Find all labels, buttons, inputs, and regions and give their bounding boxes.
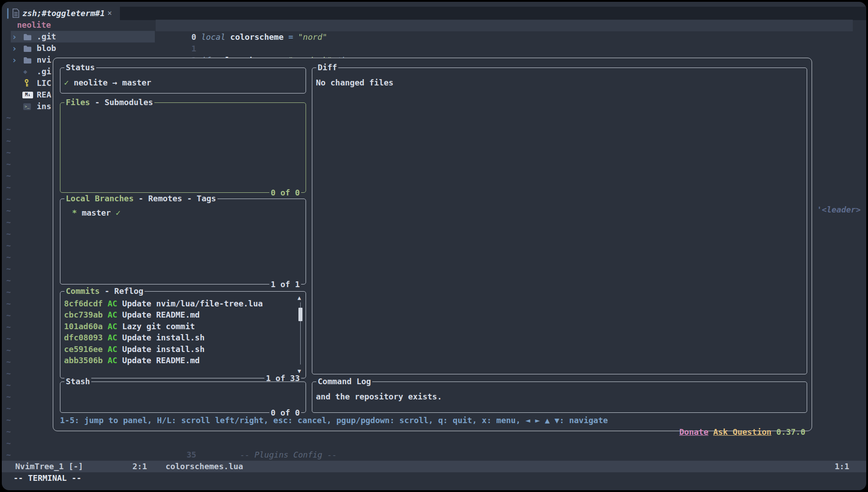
tabline-fill xyxy=(120,7,866,20)
commit-author: AC xyxy=(108,310,118,319)
commit-hash: 8cf6dcdf xyxy=(64,299,103,308)
panel-title: Diff xyxy=(316,62,338,73)
tab-accent-bar xyxy=(7,8,9,19)
lazygit-stash-panel[interactable]: Stash 0 of 0 xyxy=(60,382,306,413)
scrollbar-thumb[interactable] xyxy=(298,308,302,321)
key-icon xyxy=(23,77,34,89)
lazygit-commits-panel[interactable]: Commits - Reflog 8cf6dcdfACUpdate nvim/l… xyxy=(60,291,306,378)
commit-author: AC xyxy=(108,333,118,342)
tabline: zsh;#toggleterm#1 × xyxy=(2,7,866,20)
panel-title: Status xyxy=(64,62,96,73)
lazygit-diff-panel[interactable]: Diff No changed files xyxy=(312,68,807,374)
status-branch-row: ✓neolite → master xyxy=(60,77,306,89)
tree-item-blob[interactable]: › blob xyxy=(2,42,155,54)
statusline: NvimTree_1 [-] 2:1 colorschemes.lua 1:1 xyxy=(2,461,866,472)
lazygit-status-panel[interactable]: Status ✓neolite → master xyxy=(60,68,306,93)
filetree-root[interactable]: neolite xyxy=(2,19,155,31)
commit-row[interactable]: cbc739abACUpdate README.md xyxy=(60,309,306,320)
panel-title: Local Branches - Remotes - Tags xyxy=(64,193,217,204)
commit-author: AC xyxy=(108,356,118,365)
keybind-help-bar: 1-5: jump to panel, H/L: scroll left/rig… xyxy=(60,415,608,426)
commit-row[interactable]: 101ad60aACLazy git commit xyxy=(60,321,306,332)
panel-title: Commits - Reflog xyxy=(64,286,145,297)
code-line-0[interactable]: 0localcolorscheme="nord" xyxy=(157,20,327,31)
commit-hash: abb3506b xyxy=(64,356,103,365)
document-icon xyxy=(12,8,20,20)
check-icon: ✓ xyxy=(64,78,69,87)
commit-hash: ce5916ee xyxy=(64,344,103,354)
commit-row[interactable]: 8cf6dcdfACUpdate nvim/lua/file-tree.lua xyxy=(60,298,306,309)
commit-hash: 101ad60a xyxy=(64,322,103,331)
panel-title: Command Log xyxy=(316,376,372,387)
commit-row[interactable]: abb3506bACUpdate README.md xyxy=(60,355,306,366)
tree-item-git[interactable]: › .git xyxy=(2,31,155,42)
commit-message: Update nvim/lua/file-tree.lua xyxy=(122,299,263,308)
markdown-icon: M↓ xyxy=(22,89,33,101)
commit-hash: dfc08093 xyxy=(64,333,103,342)
version-label: 0.37.0 xyxy=(776,427,805,437)
commit-author: AC xyxy=(108,322,118,331)
commit-hash: cbc739ab xyxy=(64,310,103,319)
panel-title: Stash xyxy=(64,376,91,387)
panel-count: 1 of 1 xyxy=(269,279,301,290)
lazygit-footer-links: DonateAsk Question0.37.0 xyxy=(650,415,805,426)
donate-link[interactable]: Donate xyxy=(679,427,708,437)
branch-row[interactable]: *master✓ xyxy=(60,207,306,219)
ask-question-link[interactable]: Ask Question xyxy=(713,427,771,437)
statusline-position: 2:1 xyxy=(132,461,147,472)
folder-icon xyxy=(23,31,34,42)
commit-row[interactable]: dfc08093ACUpdate install.sh xyxy=(60,332,306,343)
lazygit-files-panel[interactable]: Files - Submodules 0 of 0 xyxy=(60,102,306,193)
code-line-36[interactable]: 36diagnostics={ xyxy=(157,449,313,461)
commit-message: Update README.md xyxy=(122,356,200,365)
terminal-window: zsh;#toggleterm#1 × neolite › .git › blo… xyxy=(2,2,866,490)
commit-author: AC xyxy=(108,344,118,354)
mode-indicator: -- TERMINAL -- xyxy=(13,472,81,484)
panel-count: 0 of 0 xyxy=(269,187,301,198)
commit-message: Update install.sh xyxy=(122,344,204,354)
check-icon: ✓ xyxy=(116,208,121,217)
code-line-1[interactable]: 1 xyxy=(157,31,201,43)
code-line-35[interactable]: 35-- Plugins Config -- xyxy=(157,437,337,449)
commit-row[interactable]: ce5916eeACUpdate install.sh xyxy=(60,344,306,355)
leader-hint-text: '<leader> xyxy=(817,204,861,216)
panel-title: Files - Submodules xyxy=(64,97,154,108)
folder-icon xyxy=(23,54,34,66)
lazygit-branches-panel[interactable]: Local Branches - Remotes - Tags *master✓… xyxy=(60,199,306,284)
commit-message: Update install.sh xyxy=(122,333,204,342)
scroll-up-icon[interactable]: ▲ xyxy=(298,294,301,301)
diff-content: No changed files xyxy=(312,77,807,89)
chevron-right-icon: › xyxy=(12,42,18,54)
terminal-script-icon: >_ xyxy=(23,101,34,112)
commit-author: AC xyxy=(108,299,118,308)
empty-line-tildes: ~~~~~~~~~~~~~~~~~~~~~~~~~~~~~~ xyxy=(6,112,15,461)
statusline-cursor: 1:1 xyxy=(834,461,849,472)
scrollbar[interactable]: ▲ ▼ xyxy=(298,296,304,372)
command-log-content: and the repository exists. xyxy=(312,391,807,403)
statusline-filename: colorschemes.lua xyxy=(166,461,243,472)
chevron-right-icon: › xyxy=(12,31,18,42)
commit-message: Lazy git commit xyxy=(122,322,195,331)
lazygit-command-log-panel[interactable]: Command Log and the repository exists. xyxy=(312,382,807,413)
lazygit-window: Status ✓neolite → master Files - Submodu… xyxy=(53,58,812,431)
tab-close-icon[interactable]: × xyxy=(107,7,112,20)
statusline-buffer-name: NvimTree_1 [-] xyxy=(15,461,83,472)
diamond-file-icon: ◆ xyxy=(23,66,34,77)
chevron-right-icon: › xyxy=(12,54,18,66)
current-branch-star: * xyxy=(72,208,77,217)
commit-message: Update README.md xyxy=(122,310,200,319)
folder-icon xyxy=(23,42,34,54)
code-line-2[interactable]: 2ifcolorscheme=="onedark"then xyxy=(157,43,356,55)
tab-title[interactable]: zsh;#toggleterm#1 xyxy=(22,7,105,20)
